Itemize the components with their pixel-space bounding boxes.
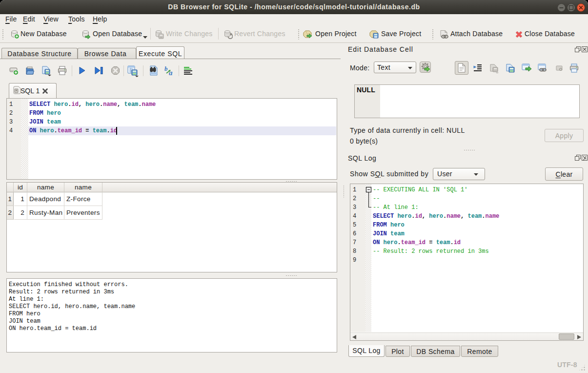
svg-text:a: a — [169, 69, 173, 76]
svg-text:b: b — [164, 66, 168, 72]
